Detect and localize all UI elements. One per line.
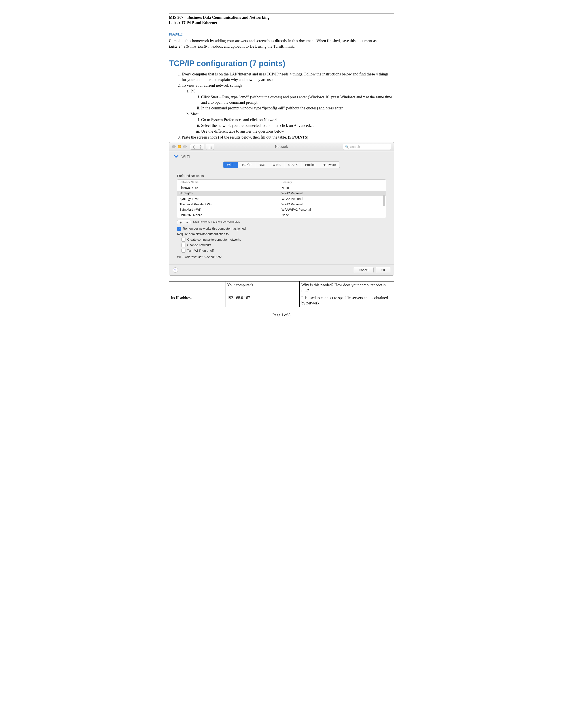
table-row: Your computer's Why is this needed? How … xyxy=(169,281,394,294)
create-networks-label: Create computer-to-computer networks xyxy=(187,238,241,242)
name-label: NAME: xyxy=(169,31,394,37)
preferred-networks-label: Preferred Networks: xyxy=(177,174,386,178)
network-name: The Level Resident Wifi xyxy=(179,202,282,206)
remember-label: Remember networks this computer has join… xyxy=(183,227,246,231)
tab-bar: Wi-FiTCP/IPDNSWINS802.1XProxiesHardware xyxy=(169,161,394,168)
turn-wifi-label: Turn Wi-Fi on or off xyxy=(187,249,214,253)
footer-page-num: 1 xyxy=(281,313,283,317)
wifi-icon xyxy=(173,155,179,159)
page-footer: Page 1 of 8 xyxy=(169,312,394,318)
change-networks-checkbox[interactable] xyxy=(181,243,185,247)
footer-total: 8 xyxy=(289,313,291,317)
q2b-i: Go to System Preferences and click on Ne… xyxy=(201,117,394,122)
table-row[interactable]: UNIFOR_MobileNone xyxy=(177,212,386,218)
header-why-needed: Why is this needed? How does your comput… xyxy=(300,281,394,294)
network-security: None xyxy=(282,213,384,217)
table-row[interactable]: SaintMartin-WifiWPA/WPA2 Personal xyxy=(177,207,386,212)
instructions: Complete this homework by adding your an… xyxy=(169,38,394,49)
tab-tcp-ip[interactable]: TCP/IP xyxy=(238,162,255,168)
col-security: Security xyxy=(282,180,384,184)
question-1: Every computer that is on the LAN/Intern… xyxy=(182,71,394,82)
col-network-name: Network Name xyxy=(179,180,282,184)
scrollbar[interactable] xyxy=(383,195,385,206)
footer-pre: Page xyxy=(272,313,281,317)
turn-wifi-checkbox[interactable] xyxy=(181,249,185,253)
cancel-button[interactable]: Cancel xyxy=(354,267,374,273)
row-ip-value: 192.168.0.167 xyxy=(225,294,300,307)
header-your-computers: Your computer's xyxy=(225,281,300,294)
tab-802-1x[interactable]: 802.1X xyxy=(284,162,301,168)
tab-wi-fi[interactable]: Wi-Fi xyxy=(223,162,238,168)
table-row[interactable]: The Level Resident WifiWPA2 Personal xyxy=(177,202,386,207)
tab-proxies[interactable]: Proxies xyxy=(301,162,319,168)
table-row[interactable]: Linksys26155None xyxy=(177,185,386,191)
network-security: None xyxy=(282,186,384,190)
titlebar: ❮ ❯ Network 🔍 Search xyxy=(169,142,394,151)
q2a-ii: In the command prompt window type “ipcon… xyxy=(201,105,394,111)
wifi-address: Wi-Fi Address: 3c:15:c2:cd:99:f2 xyxy=(177,255,386,259)
wifi-heading: Wi-Fi xyxy=(169,151,394,160)
network-security: WPA/WPA2 Personal xyxy=(282,208,384,212)
table-header-row: Network Name Security xyxy=(177,180,386,185)
q2a: PC: Click Start→Run, type “cmd” (without… xyxy=(190,88,394,111)
create-networks-checkbox[interactable] xyxy=(181,238,185,242)
answers-table: Your computer's Why is this needed? How … xyxy=(169,281,394,307)
header-bottom-rule xyxy=(169,27,394,27)
question-2: To view your current network settings PC… xyxy=(182,83,394,134)
q2b-text: Mac: xyxy=(190,112,199,116)
tab-hardware[interactable]: Hardware xyxy=(319,162,340,168)
mac-network-window: ❮ ❯ Network 🔍 Search Wi-Fi Wi-FiTCP/IPDN… xyxy=(169,142,394,276)
lab-title: Lab 2: TCP/IP and Ethernet xyxy=(169,20,394,25)
wifi-label: Wi-Fi xyxy=(181,154,190,159)
question-3: Paste the screen shot(s) of the results … xyxy=(182,135,394,140)
header-empty xyxy=(169,281,225,294)
instructions-post: .docx and upload it to D2L using the Tur… xyxy=(214,44,295,49)
q2a-text: PC: xyxy=(190,89,196,93)
add-network-button[interactable]: + xyxy=(177,220,184,225)
network-name: SaintMartin-Wifi xyxy=(179,208,282,212)
wifi-address-value: 3c:15:c2:cd:99:f2 xyxy=(198,255,222,259)
window-title: Network xyxy=(169,144,394,149)
question-list: Every computer that is on the LAN/Intern… xyxy=(169,71,394,140)
table-row[interactable]: Synergy-LevelWPA2 Personal xyxy=(177,196,386,202)
network-name: Synergy-Level xyxy=(179,197,282,201)
question-3-pre: Paste the screen shot(s) of the results … xyxy=(182,135,288,139)
tab-wins[interactable]: WINS xyxy=(269,162,285,168)
change-networks-label: Change networks xyxy=(187,243,211,247)
wifi-address-label: Wi-Fi Address: xyxy=(177,255,198,259)
table-row[interactable]: NotSigEpWPA2 Personal xyxy=(177,191,386,196)
course-header: MIS 307 – Business Data Communications a… xyxy=(169,15,394,26)
drag-hint: Drag networks into the order you prefer. xyxy=(193,220,240,223)
network-name: Linksys26155 xyxy=(179,186,282,190)
section-title: TCP/IP configuration (7 points) xyxy=(169,58,394,69)
q2b-ii: Select the network you are connected to … xyxy=(201,123,394,128)
network-name: NotSigEp xyxy=(179,191,282,195)
table-row: Its IP address 192.168.0.167 It is used … xyxy=(169,294,394,307)
help-button[interactable]: ? xyxy=(173,267,178,273)
instructions-filename: Lab2_FirstName_LastName xyxy=(169,44,214,49)
row-ip-why: It is used to connect to specific server… xyxy=(300,294,394,307)
require-admin-label: Require administrator authorization to: xyxy=(177,232,386,236)
q2a-i: Click Start→Run, type “cmd” (without the… xyxy=(201,94,394,105)
q2b-iii: Use the different tabs to answer the que… xyxy=(201,129,394,134)
wifi-panel: Preferred Networks: Network Name Securit… xyxy=(173,171,390,261)
networks-table[interactable]: Network Name Security Linksys26155NoneNo… xyxy=(177,179,386,218)
network-security: WPA2 Personal xyxy=(282,202,384,206)
row-ip-label: Its IP address xyxy=(169,294,225,307)
network-name: UNIFOR_Mobile xyxy=(179,213,282,217)
add-remove-controls: + − xyxy=(177,220,191,225)
footer-post: of xyxy=(283,313,289,317)
question-3-points: (5 POINTS) xyxy=(288,135,309,139)
q2b: Mac: Go to System Preferences and click … xyxy=(190,111,394,134)
instructions-pre: Complete this homework by adding your an… xyxy=(169,39,377,43)
remember-checkbox[interactable]: ✓ xyxy=(177,227,181,231)
course-title: MIS 307 – Business Data Communications a… xyxy=(169,15,394,20)
bottom-bar: ? Cancel OK xyxy=(169,265,394,276)
question-2-text: To view your current network settings xyxy=(182,83,242,88)
network-security: WPA2 Personal xyxy=(282,191,384,195)
ok-button[interactable]: OK xyxy=(376,267,390,273)
remove-network-button[interactable]: − xyxy=(184,220,191,225)
network-security: WPA2 Personal xyxy=(282,197,384,201)
tab-dns[interactable]: DNS xyxy=(255,162,269,168)
